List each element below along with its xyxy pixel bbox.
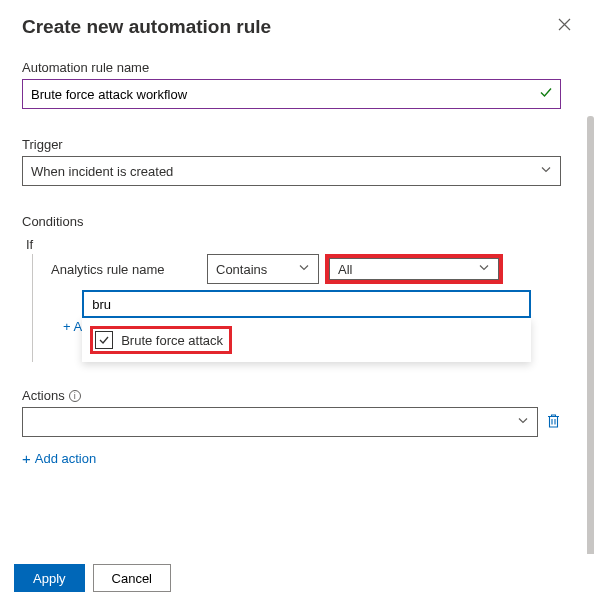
plus-icon: + (22, 451, 31, 466)
footer: Apply Cancel (0, 554, 599, 602)
chevron-down-icon (517, 415, 529, 430)
checkmark-icon (539, 86, 553, 103)
add-action-button[interactable]: + Add action (22, 451, 96, 466)
trigger-label: Trigger (22, 137, 561, 152)
info-icon: i (69, 390, 81, 402)
actions-label: Actions i (22, 388, 561, 403)
apply-button[interactable]: Apply (14, 564, 85, 592)
chevron-down-icon (478, 262, 490, 277)
if-label: If (26, 237, 561, 252)
page-title: Create new automation rule (22, 16, 271, 38)
delete-action-button[interactable] (546, 413, 561, 432)
cancel-button[interactable]: Cancel (93, 564, 171, 592)
checkbox-icon (95, 331, 113, 349)
add-condition-link[interactable]: + A (63, 319, 82, 334)
condition-operator-select[interactable]: Contains (207, 254, 319, 284)
condition-operator-value: Contains (216, 262, 267, 277)
condition-value: All (338, 262, 352, 277)
trigger-select[interactable]: When incident is created (22, 156, 561, 186)
condition-option[interactable]: Brute force attack (90, 326, 232, 354)
condition-search-input[interactable] (82, 290, 531, 318)
rule-name-input[interactable] (22, 79, 561, 109)
scrollbar-thumb[interactable] (587, 116, 594, 602)
close-icon (558, 18, 571, 31)
conditions-label: Conditions (22, 214, 561, 229)
chevron-down-icon (298, 262, 310, 277)
trash-icon (546, 413, 561, 429)
chevron-down-icon (540, 164, 552, 179)
add-action-label: Add action (35, 451, 96, 466)
action-select[interactable] (22, 407, 538, 437)
rule-name-label: Automation rule name (22, 60, 561, 75)
condition-field-label: Analytics rule name (51, 262, 201, 277)
trigger-value: When incident is created (31, 164, 173, 179)
condition-value-select[interactable]: All (329, 258, 499, 280)
condition-option-label: Brute force attack (121, 333, 223, 348)
close-button[interactable] (552, 16, 577, 35)
scrollbar-track[interactable] (588, 58, 597, 558)
actions-label-text: Actions (22, 388, 65, 403)
